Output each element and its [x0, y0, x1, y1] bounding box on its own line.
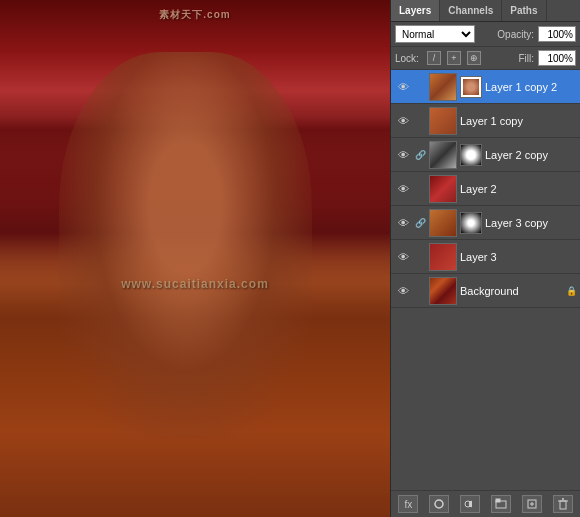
layers-list[interactable]: 👁 Layer 1 copy 2 👁 Layer 1 copy 👁 🔗 Laye…	[391, 70, 580, 490]
watermark-mid: www.sucaitianxia.com	[121, 277, 269, 291]
thumb-background	[429, 277, 457, 305]
layer-name-background: Background	[460, 285, 563, 297]
lock-pixels-icon[interactable]: /	[427, 51, 441, 65]
opacity-row: Opacity:	[479, 26, 576, 42]
tab-paths[interactable]: Paths	[502, 0, 546, 21]
right-panel: Layers Channels Paths Normal Dissolve Mu…	[390, 0, 580, 517]
lock-all-icon[interactable]: ⊕	[467, 51, 481, 65]
figure-silhouette	[59, 52, 313, 440]
panel-tabs: Layers Channels Paths	[391, 0, 580, 22]
fill-input[interactable]	[538, 50, 576, 66]
opacity-label: Opacity:	[497, 29, 534, 40]
svg-point-0	[435, 500, 443, 508]
add-mask-button[interactable]	[429, 495, 449, 513]
eye-icon-layer2copy[interactable]: 👁	[395, 147, 411, 163]
thumb-layer2	[429, 175, 457, 203]
chain-icon-layer3copy: 🔗	[414, 217, 426, 229]
opacity-input[interactable]	[538, 26, 576, 42]
layer-name-layer3: Layer 3	[460, 251, 576, 263]
fill-label: Fill:	[518, 53, 534, 64]
layer-item-layer1copy2[interactable]: 👁 Layer 1 copy 2	[391, 70, 580, 104]
layer-name-layer1copy: Layer 1 copy	[460, 115, 576, 127]
chain-icon-layer2copy: 🔗	[414, 149, 426, 161]
new-layer-button[interactable]	[522, 495, 542, 513]
tab-channels[interactable]: Channels	[440, 0, 502, 21]
thumb-layer3	[429, 243, 457, 271]
mask-thumb-layer1copy2	[460, 76, 482, 98]
canvas-area: 素材天下.com www.sucaitianxia.com	[0, 0, 390, 517]
svg-rect-8	[560, 501, 566, 509]
adjustment-button[interactable]	[460, 495, 480, 513]
eye-icon-layer1copy[interactable]: 👁	[395, 113, 411, 129]
thumb-layer1copy2	[429, 73, 457, 101]
layer-name-layer2: Layer 2	[460, 183, 576, 195]
fill-row: Fill:	[487, 50, 576, 66]
svg-rect-4	[496, 499, 500, 502]
main-area: 素材天下.com www.sucaitianxia.com Layers Cha…	[0, 0, 580, 517]
delete-layer-button[interactable]	[553, 495, 573, 513]
chain-icon-layer2	[414, 183, 426, 195]
lock-background-icon: 🔒	[566, 286, 576, 296]
eye-icon-layer3copy[interactable]: 👁	[395, 215, 411, 231]
panel-bottom: fx	[391, 490, 580, 517]
layer-name-layer2copy: Layer 2 copy	[485, 149, 576, 161]
layer-item-layer3[interactable]: 👁 Layer 3	[391, 240, 580, 274]
canvas-image: 素材天下.com www.sucaitianxia.com	[0, 0, 390, 517]
thumb-layer3copy	[429, 209, 457, 237]
watermark-top: 素材天下.com	[159, 8, 230, 22]
eye-icon-layer3[interactable]: 👁	[395, 249, 411, 265]
thumb-layer1copy	[429, 107, 457, 135]
tab-layers[interactable]: Layers	[391, 0, 440, 21]
chain-icon-background	[414, 285, 426, 297]
lock-position-icon[interactable]: +	[447, 51, 461, 65]
layer-style-button[interactable]: fx	[398, 495, 418, 513]
chain-icon-layer1copy2	[414, 81, 426, 93]
layer-name-layer3copy: Layer 3 copy	[485, 217, 576, 229]
mask-thumb-layer3copy	[460, 212, 482, 234]
lock-row: Lock: / + ⊕ Fill:	[391, 47, 580, 70]
eye-icon-layer2[interactable]: 👁	[395, 181, 411, 197]
layer-item-layer1copy[interactable]: 👁 Layer 1 copy	[391, 104, 580, 138]
svg-point-2	[469, 501, 475, 507]
chain-icon-layer3	[414, 251, 426, 263]
new-group-button[interactable]	[491, 495, 511, 513]
chain-icon-layer1copy	[414, 115, 426, 127]
layer-item-layer2copy[interactable]: 👁 🔗 Layer 2 copy	[391, 138, 580, 172]
blend-row: Normal Dissolve Multiply Screen Overlay …	[391, 22, 580, 47]
layer-name-layer1copy2: Layer 1 copy 2	[485, 81, 576, 93]
blend-mode-select[interactable]: Normal Dissolve Multiply Screen Overlay	[395, 25, 475, 43]
eye-icon-layer1copy2[interactable]: 👁	[395, 79, 411, 95]
lock-label: Lock:	[395, 53, 419, 64]
layer-item-layer2[interactable]: 👁 Layer 2	[391, 172, 580, 206]
layer-item-background[interactable]: 👁 Background 🔒	[391, 274, 580, 308]
eye-icon-background[interactable]: 👁	[395, 283, 411, 299]
layer-item-layer3copy[interactable]: 👁 🔗 Layer 3 copy	[391, 206, 580, 240]
mask-thumb-layer2copy	[460, 144, 482, 166]
thumb-layer2copy	[429, 141, 457, 169]
